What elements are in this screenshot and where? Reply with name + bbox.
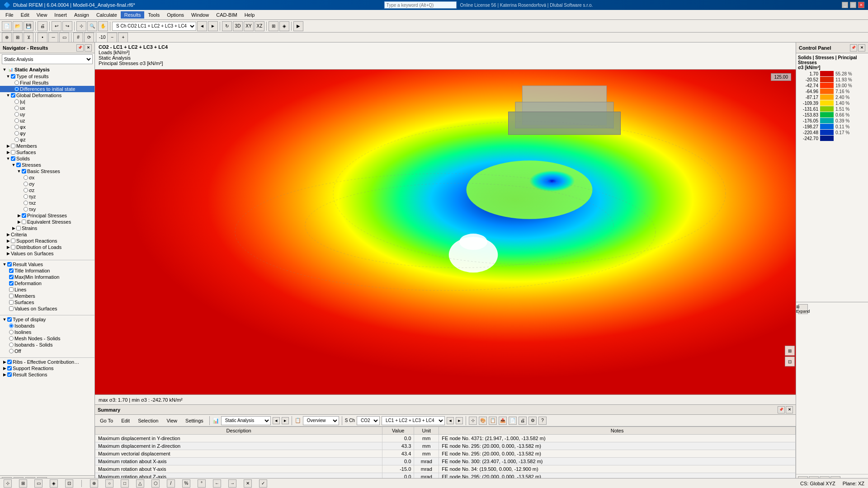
strains-item[interactable]: ▶ Strains (0, 225, 94, 231)
rv-surfaces-check[interactable] (9, 300, 14, 305)
stress-sz[interactable]: σz (24, 187, 94, 193)
title-info-check[interactable] (9, 268, 14, 273)
principal-check[interactable] (22, 213, 26, 218)
result-sections-item[interactable]: ▶ Result Sections (0, 371, 94, 378)
tb2-members[interactable]: ─ (48, 33, 58, 42)
nav-close-button[interactable]: ✕ (85, 44, 92, 52)
lines-item[interactable]: Lines (0, 286, 94, 293)
status-btn15[interactable]: → (228, 479, 236, 488)
status-btn12[interactable]: % (182, 479, 190, 488)
distribution-loads-item[interactable]: ▶ Distribution of Loads (0, 244, 94, 250)
static-analysis-item[interactable]: ▼ 📊 Static Analysis (0, 66, 94, 73)
filter-btn[interactable]: ⊹ (469, 417, 477, 425)
summary-prev-btn[interactable]: ◄ (273, 417, 280, 424)
legend-expand-btn[interactable]: ⊞ Expand (798, 304, 808, 314)
status-btn11[interactable]: / (167, 479, 175, 488)
off-radio[interactable] (9, 349, 14, 353)
members-check[interactable] (11, 144, 15, 148)
surfaces-check[interactable] (11, 150, 15, 155)
type-display-check[interactable] (7, 317, 12, 322)
rotate-button[interactable]: ↻ (222, 21, 232, 31)
selection-menu[interactable]: Selection (135, 417, 161, 424)
isolines-item[interactable]: Isolines (0, 329, 94, 335)
vp-tool-1[interactable]: ⊞ (785, 346, 795, 356)
settings-menu[interactable]: Settings (182, 417, 207, 424)
type-of-results-check[interactable] (11, 74, 15, 79)
tb2-surfaces[interactable]: ▭ (59, 33, 69, 42)
tb2-grid[interactable]: ⊞ (13, 33, 23, 42)
edit-menu[interactable]: Edit (118, 417, 133, 424)
summary-next-btn[interactable]: ► (282, 417, 289, 424)
status-btn9[interactable]: △ (136, 479, 144, 488)
new-button[interactable]: 📄 (2, 21, 12, 31)
isobands-solids-item[interactable]: Isobands - Solids (0, 342, 94, 348)
viewxy-button[interactable]: XY (244, 21, 254, 31)
status-btn14[interactable]: ← (213, 479, 221, 488)
support-reactions-item[interactable]: ▶ Support Reactions (0, 238, 94, 244)
status-btn7[interactable]: ○ (105, 479, 113, 488)
final-results-radio[interactable] (14, 80, 19, 85)
stress-tyz[interactable]: τyz (24, 193, 94, 200)
stresses-check[interactable] (16, 163, 21, 167)
isobands-item[interactable]: Isobands (0, 323, 94, 329)
tb2-zoomin[interactable]: + (118, 33, 128, 42)
rv-members-item[interactable]: Members (0, 293, 94, 299)
result-values-check[interactable] (7, 262, 12, 267)
summary-close-btn[interactable]: ✕ (786, 406, 793, 413)
deformation-item[interactable]: Deformation (0, 280, 94, 286)
menu-tools[interactable]: Tools (144, 11, 163, 19)
rv-values-surfaces-item[interactable]: Values on Surfaces (0, 305, 94, 312)
maxmin-check[interactable] (9, 275, 14, 279)
deformation-check[interactable] (9, 281, 14, 286)
goto-menu[interactable]: Go To (97, 417, 116, 424)
stress-sy[interactable]: σy (24, 181, 94, 187)
tb2-snap[interactable]: ⊕ (2, 33, 12, 42)
next-lc-button[interactable]: ► (208, 21, 218, 31)
prev-lc-button[interactable]: ◄ (197, 21, 207, 31)
calculate-button[interactable]: ▶ (293, 21, 303, 31)
tb2-cs[interactable]: ⟳ (84, 33, 94, 42)
viewxz-button[interactable]: XZ (255, 21, 264, 31)
deform-phiz-item[interactable]: φz (14, 136, 94, 143)
deform-phix-item[interactable]: φx (14, 124, 94, 130)
principal-stresses-item[interactable]: ▶ Principal Stresses (0, 212, 94, 219)
menu-help[interactable]: Help (241, 11, 259, 19)
equiv-check[interactable] (22, 220, 26, 224)
tb2-zoomout[interactable]: − (107, 33, 117, 42)
deform-ux-item[interactable]: ux (14, 105, 94, 111)
deform-uy-item[interactable]: uy (14, 111, 94, 117)
isobands-solids-radio[interactable] (9, 343, 14, 347)
ribs-check[interactable] (7, 360, 12, 364)
nav-support-check[interactable] (7, 366, 12, 371)
status-btn5[interactable]: ⊡ (65, 479, 73, 488)
menu-window[interactable]: Window (188, 11, 212, 19)
print-summary-btn[interactable]: 🖨 (519, 417, 527, 425)
lc-prev-btn[interactable]: ◄ (447, 417, 454, 424)
maximize-button[interactable]: □ (850, 2, 856, 8)
result-values-item[interactable]: ▼ Result Values (0, 261, 94, 267)
basic-stresses-check[interactable] (22, 169, 26, 174)
menu-edit[interactable]: Edit (17, 11, 33, 19)
menu-options[interactable]: Options (163, 11, 188, 19)
render-button[interactable]: ◈ (279, 21, 289, 31)
deform-phiy-item[interactable]: φy (14, 130, 94, 136)
analysis-type-dropdown[interactable]: Static Analysis (2, 54, 93, 64)
expand-icon[interactable]: ▼ (2, 67, 7, 72)
menu-calculate[interactable]: Calculate (93, 11, 121, 19)
lc-combo[interactable]: LC1 + LC2 + LC3 + LC4 (382, 416, 445, 425)
menu-cadbim[interactable]: CAD-BIM (212, 11, 241, 19)
deform-phiy-radio[interactable] (14, 131, 19, 136)
isobands-radio[interactable] (9, 324, 14, 328)
open-button[interactable]: 📂 (13, 21, 23, 31)
deform-uz-radio[interactable] (14, 118, 19, 123)
type-of-results-item[interactable]: ▼ Type of results (0, 73, 94, 80)
redo-button[interactable]: ↪ (62, 21, 72, 31)
settings-btn[interactable]: ⚙ (528, 417, 537, 425)
export-btn[interactable]: 📤 (499, 417, 507, 425)
surfaces-item[interactable]: ▶ Surfaces (0, 149, 94, 155)
global-deform-check[interactable] (11, 93, 15, 98)
deform-uy-radio[interactable] (14, 112, 19, 117)
menu-results[interactable]: Results (121, 11, 145, 19)
values-on-surfaces-item[interactable]: ▶ Values on Surfaces (0, 250, 94, 257)
lc-selector[interactable]: S Ch CO2 LC1 + LC2 + LC3 + LC4 (112, 22, 196, 31)
